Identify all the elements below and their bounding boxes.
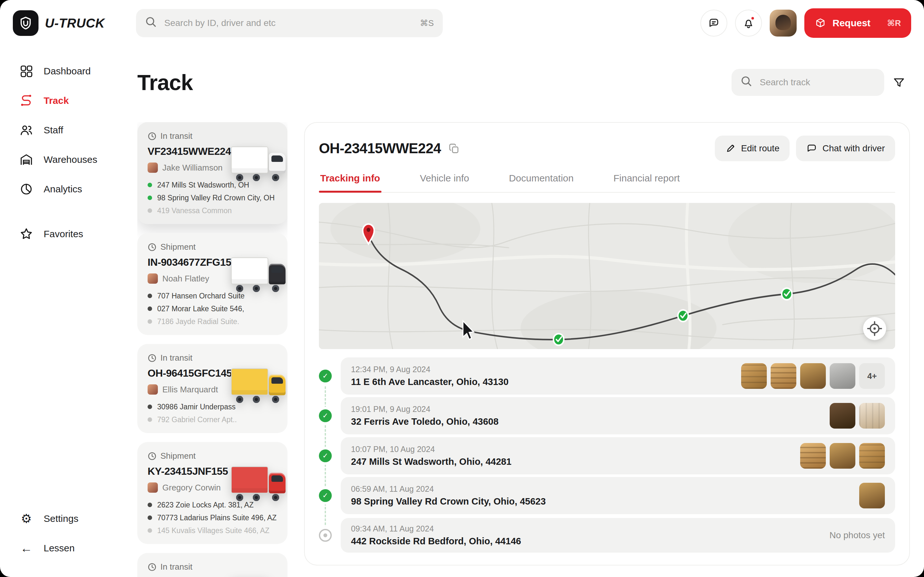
tab-documentation[interactable]: Documentation (507, 173, 575, 192)
messages-button[interactable] (700, 10, 727, 37)
notifications-button[interactable] (735, 10, 762, 37)
photo-thumbnail[interactable] (830, 363, 855, 389)
sidebar-item-dashboard[interactable]: Dashboard (0, 56, 123, 86)
route-map[interactable] (319, 203, 895, 349)
truck-image (231, 367, 288, 403)
sidebar-item-label: Track (44, 95, 69, 106)
sidebar-item-favorites[interactable]: Favorites (0, 219, 123, 249)
shipment-list: In transit VF23415WWE224 Jake Williamson… (137, 122, 288, 577)
tab-vehicle-info[interactable]: Vehicle info (419, 173, 470, 192)
timeline-row: ✓ 10:07 PM, 10 Aug 2024 247 Mills St Wad… (319, 439, 895, 472)
checkpoint-done-icon: ✓ (319, 450, 332, 462)
timeline-entry[interactable]: 19:01 PM, 9 Aug 2024 32 Ferris Ave Toled… (341, 397, 895, 434)
status-clock-icon (148, 562, 157, 572)
timeline-entry[interactable]: 09:34 AM, 11 Aug 2024 442 Rockside Rd Be… (341, 518, 895, 553)
photo-strip: 4+ (741, 363, 885, 389)
timeline-entry[interactable]: 06:59 AM, 11 Aug 2024 98 Spring Valley R… (341, 477, 895, 514)
track-search-input[interactable] (758, 77, 875, 88)
stop-item: 7186 Jayde Radial Suite. (148, 317, 277, 326)
status-clock-icon (148, 243, 157, 251)
driver-avatar (148, 384, 158, 395)
shipment-card[interactable]: In transit IN-51678URE401 Jake Williamso… (137, 553, 288, 577)
photo-thumbnail[interactable] (800, 363, 826, 389)
photo-thumbnail[interactable] (830, 403, 855, 429)
copy-id-button[interactable] (447, 142, 461, 155)
sidebar-item-track[interactable]: Track (0, 86, 123, 115)
user-avatar[interactable] (770, 10, 796, 37)
stop-list: 30986 Jamir Underpass 792 Gabriel Corner… (148, 402, 277, 424)
arrow-left-icon: ← (19, 541, 33, 555)
sidebar-collapse[interactable]: ← Lessen (0, 533, 123, 563)
stop-item: 027 Morar Lake Suite 546, (148, 304, 277, 313)
stop-item: 792 Gabriel Corner Apt.. (148, 415, 277, 424)
shipment-status: Shipment (148, 242, 277, 252)
timeline-row: ✓ 19:01 PM, 9 Aug 2024 32 Ferris Ave Tol… (319, 399, 895, 432)
copy-icon (449, 143, 459, 154)
timeline-entry[interactable]: 10:07 PM, 10 Aug 2024 247 Mills St Wadsw… (341, 437, 895, 474)
analytics-icon (19, 182, 33, 196)
topbar: U-TRUCK ⌘S Request ⌘R (0, 0, 924, 46)
tab-financial-report[interactable]: Financial report (612, 173, 681, 192)
sidebar: Dashboard Track Staff Warehouses Analyti… (0, 46, 123, 577)
app-window: U-TRUCK ⌘S Request ⌘R (0, 0, 924, 577)
notification-badge (750, 16, 755, 21)
truck-image (231, 145, 288, 181)
checkpoint-marker[interactable] (782, 288, 792, 300)
stop-list: 247 Mills St Wadsworth, OH 98 Spring Val… (148, 181, 277, 215)
photo-thumbnail[interactable] (859, 483, 885, 508)
locate-button[interactable] (863, 317, 886, 340)
sidebar-item-analytics[interactable]: Analytics (0, 174, 123, 204)
track-search[interactable] (732, 69, 884, 96)
photo-thumbnail[interactable] (741, 363, 767, 389)
driver-avatar (148, 482, 158, 493)
shipment-card[interactable]: Shipment KY-23415JNF155 Gregory Corwin 2… (137, 442, 288, 544)
sidebar-item-label: Settings (44, 513, 78, 524)
more-photos-badge[interactable]: 4+ (859, 363, 885, 389)
request-button[interactable]: Request ⌘R (804, 8, 911, 38)
checkpoint-pending-icon (319, 529, 332, 542)
photo-thumbnail[interactable] (771, 363, 796, 389)
timeline-address: 32 Ferris Ave Toledo, Ohio, 43608 (351, 416, 499, 427)
timeline-row: 09:34 AM, 11 Aug 2024 442 Rockside Rd Be… (319, 519, 895, 552)
photo-thumbnail[interactable] (830, 443, 855, 469)
stop-item: 2623 Zoie Locks Apt. 381, AZ (148, 500, 277, 509)
warehouse-icon (19, 153, 33, 167)
truck-image (231, 256, 288, 292)
photo-strip (800, 443, 885, 469)
filter-button[interactable] (888, 71, 910, 93)
edit-icon (725, 143, 736, 154)
truck-image (231, 465, 288, 501)
sidebar-item-warehouses[interactable]: Warehouses (0, 145, 123, 174)
photo-thumbnail[interactable] (800, 443, 826, 469)
photo-thumbnail[interactable] (859, 443, 885, 469)
sidebar-item-staff[interactable]: Staff (0, 115, 123, 145)
checkpoint-marker[interactable] (678, 310, 688, 322)
photo-strip (830, 403, 885, 429)
sidebar-item-settings[interactable]: ⚙ Settings (0, 504, 123, 533)
timeline-time: 12:34 PM, 9 Aug 2024 (351, 365, 509, 374)
timeline-time: 09:34 AM, 11 Aug 2024 (351, 524, 521, 533)
no-photos-label: No photos yet (829, 530, 885, 540)
filter-icon (893, 76, 905, 89)
global-search[interactable]: ⌘S (136, 9, 443, 37)
edit-route-button[interactable]: Edit route (715, 135, 790, 161)
timeline-time: 06:59 AM, 11 Aug 2024 (351, 484, 546, 494)
global-search-input[interactable] (163, 17, 414, 29)
shipment-card[interactable]: Shipment IN-9034677ZFG154 Noah Flatley 7… (137, 233, 288, 335)
photo-thumbnail[interactable] (859, 403, 885, 429)
chat-with-driver-button[interactable]: Chat with driver (796, 135, 895, 161)
shipment-card[interactable]: In transit VF23415WWE224 Jake Williamson… (137, 122, 288, 224)
checkpoint-marker[interactable] (553, 334, 564, 345)
stop-item: 70773 Ladarius Plains Suite 496, AZ (148, 513, 277, 522)
gear-icon: ⚙ (19, 512, 33, 526)
shipment-card[interactable]: In transit OH-96415GFC145 Ellis Marquard… (137, 344, 288, 433)
search-shortcut: ⌘S (420, 18, 434, 28)
brand-block: U-TRUCK (13, 10, 136, 36)
request-shortcut: ⌘R (887, 18, 901, 28)
tab-tracking-info[interactable]: Tracking info (319, 173, 381, 192)
timeline-address: 442 Rockside Rd Bedford, Ohio, 44146 (351, 536, 521, 546)
page-title: Track (137, 70, 193, 95)
timeline-entry[interactable]: 12:34 PM, 9 Aug 2024 11 E 6th Ave Lancas… (341, 358, 895, 395)
timeline-address: 11 E 6th Ave Lancaster, Ohio, 43130 (351, 377, 509, 387)
timeline-time: 19:01 PM, 9 Aug 2024 (351, 405, 499, 414)
